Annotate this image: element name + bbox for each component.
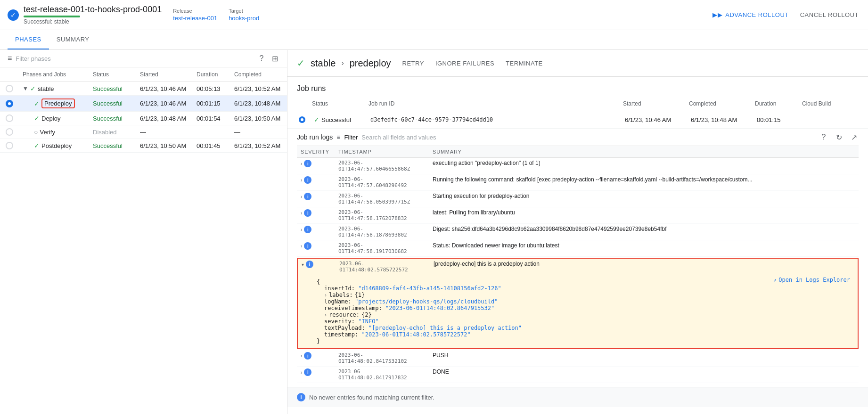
no-entries-icon: i bbox=[297, 393, 305, 401]
table-row[interactable]: ○ Verify Disabled — — bbox=[0, 125, 287, 139]
open-logs-label: Open in Logs Explorer bbox=[778, 277, 850, 283]
log-severity: › i bbox=[297, 352, 335, 360]
phase-duration: 00:05:13 bbox=[193, 85, 230, 92]
logs-search-input[interactable] bbox=[361, 134, 815, 141]
tab-phases[interactable]: PHASES bbox=[8, 30, 49, 49]
log-expand-icon[interactable]: ▾ bbox=[302, 262, 304, 267]
log-timestamp: 2023-06-01T14:48:02.8417532102 bbox=[335, 352, 429, 364]
job-started: — bbox=[136, 129, 193, 136]
job-runs-header: Status Job run ID Started Completed Dura… bbox=[287, 97, 868, 111]
row-indicator bbox=[0, 85, 19, 92]
table-row[interactable]: ✓ Predeploy Successful 6/1/23, 10:46 AM … bbox=[0, 96, 287, 112]
json-expand[interactable]: › bbox=[324, 312, 327, 318]
job-status: Disabled bbox=[89, 129, 136, 136]
job-name-label: Deploy bbox=[41, 115, 60, 122]
job-run-row[interactable]: ✓ Successful d3efedfc-60c7-44ce-9579-377… bbox=[287, 111, 868, 129]
cancel-rollout-button[interactable]: CANCEL ROLLOUT bbox=[798, 8, 860, 22]
columns-icon[interactable]: ⊞ bbox=[270, 54, 279, 63]
log-row[interactable]: › i 2023-06-01T14:47:58.1917030682 Statu… bbox=[297, 240, 859, 257]
advance-rollout-arrows: ▶▶ bbox=[712, 11, 722, 18]
json-timestamp: timestamp: "2023-06-01T14:48:02.57857225… bbox=[324, 331, 854, 338]
stage-success-icon: ✓ bbox=[297, 57, 305, 69]
row-radio bbox=[6, 114, 13, 122]
json-resource: › resource: {2} bbox=[324, 311, 854, 318]
table-header: Phases and Jobs Status Started Duration … bbox=[0, 67, 287, 82]
logs-help-icon[interactable]: ? bbox=[819, 132, 828, 142]
json-expand[interactable]: › bbox=[324, 293, 327, 298]
job-circle-icon: ○ bbox=[34, 128, 38, 136]
log-row-expanded[interactable]: ▾ i 2023-06-01T14:48:02.5785722572 [pred… bbox=[298, 259, 858, 275]
table-row[interactable]: ✓ Postdeploy Successful 6/1/23, 10:50 AM… bbox=[0, 139, 287, 153]
log-row[interactable]: › i 2023-06-01T14:47:57.6046655868Z exec… bbox=[297, 158, 859, 174]
filter-icon: ≡ bbox=[8, 54, 12, 63]
ignore-failures-button[interactable]: IGNORE FAILURES bbox=[434, 58, 496, 69]
log-expand-icon[interactable]: › bbox=[301, 244, 302, 249]
job-run-indicator bbox=[297, 116, 312, 123]
log-row[interactable]: › i 2023-06-01T14:48:02.8417532102 PUSH bbox=[297, 350, 859, 367]
log-row[interactable]: › i 2023-06-01T14:47:58.1762078832 lates… bbox=[297, 207, 859, 224]
retry-button[interactable]: RETRY bbox=[401, 58, 426, 69]
help-icon[interactable]: ? bbox=[257, 54, 266, 63]
job-runs-title: Job runs bbox=[287, 77, 868, 97]
no-entries-message: No newer entries found matching current … bbox=[309, 394, 434, 401]
log-timestamp: 2023-06-01T14:47:57.6048296492 bbox=[335, 176, 429, 188]
target-link[interactable]: hooks-prod bbox=[229, 15, 259, 22]
log-info-icon: i bbox=[304, 368, 311, 376]
logs-section: Job run logs ≡ Filter ? ↻ ↗ SEVERITY TIM… bbox=[287, 129, 868, 387]
log-expand-icon[interactable]: › bbox=[301, 227, 302, 232]
table-row[interactable]: ✓ Deploy Successful 6/1/23, 10:48 AM 00:… bbox=[0, 112, 287, 125]
job-runs-table: Status Job run ID Started Completed Dura… bbox=[287, 97, 868, 129]
log-expand-icon[interactable]: › bbox=[301, 353, 302, 359]
right-panel-header: ✓ stable › predeploy RETRY IGNORE FAILUR… bbox=[287, 50, 868, 77]
log-expand-icon[interactable]: › bbox=[301, 194, 302, 199]
log-timestamp: 2023-06-01T14:47:58.1878693802 bbox=[335, 226, 429, 238]
log-row[interactable]: › i 2023-06-01T14:48:02.8417917832 DONE bbox=[297, 367, 859, 383]
main-layout: ≡ ? ⊞ Phases and Jobs Status Started Dur… bbox=[0, 50, 868, 414]
job-name-label: Postdeploy bbox=[41, 142, 72, 149]
table-row[interactable]: ▼ ✓ stable Successful 6/1/23, 10:46 AM 0… bbox=[0, 82, 287, 96]
job-name: ✓ Deploy bbox=[34, 114, 85, 122]
log-row[interactable]: › i 2023-06-01T14:47:58.0503997715Z Star… bbox=[297, 191, 859, 207]
success-icon: ✓ bbox=[8, 9, 19, 21]
log-expand-icon[interactable]: › bbox=[301, 161, 302, 166]
log-summary: Status: Downloaded newer image for ubunt… bbox=[429, 242, 859, 249]
row-indicator bbox=[0, 100, 19, 107]
right-panel: ✓ stable › predeploy RETRY IGNORE FAILUR… bbox=[287, 50, 868, 414]
job-run-radio bbox=[299, 116, 305, 123]
log-row[interactable]: › i 2023-06-01T14:47:57.6048296492 Runni… bbox=[297, 174, 859, 191]
log-summary: latest: Pulling from library/ubuntu bbox=[429, 209, 859, 216]
job-completed: 6/1/23, 10:48 AM bbox=[230, 100, 287, 107]
open-logs-explorer-link[interactable]: ↗ Open in Logs Explorer bbox=[773, 277, 850, 283]
json-receive-timestamp: receiveTimestamp: "2023-06-01T14:48:02.8… bbox=[324, 305, 854, 311]
log-info-icon: i bbox=[304, 209, 311, 217]
log-severity: ▾ i bbox=[298, 261, 336, 268]
log-summary: executing action "predeploy-action" (1 o… bbox=[429, 160, 859, 166]
advance-rollout-button[interactable]: ▶▶ ADVANCE ROLLOUT bbox=[711, 8, 790, 22]
release-link[interactable]: test-release-001 bbox=[173, 15, 217, 22]
log-expand-icon[interactable]: › bbox=[301, 178, 302, 183]
job-name-label: Verify bbox=[40, 129, 55, 136]
tab-summary[interactable]: SUMMARY bbox=[49, 30, 97, 49]
log-expand-icon[interactable]: › bbox=[301, 370, 302, 375]
row-indicator bbox=[0, 114, 19, 122]
log-timestamp: 2023-06-01T14:48:02.8417917832 bbox=[335, 368, 429, 381]
terminate-button[interactable]: TERMINATE bbox=[504, 58, 545, 69]
log-expand-icon[interactable]: › bbox=[301, 211, 302, 216]
log-row[interactable]: › i 2023-06-01T14:47:58.1878693802 Diges… bbox=[297, 224, 859, 240]
row-radio bbox=[6, 128, 13, 136]
log-severity: › i bbox=[297, 368, 335, 376]
json-log-name: logName: "projects/deploy-hooks-qs/logs/… bbox=[324, 298, 854, 305]
external-link-icon: ↗ bbox=[773, 277, 777, 283]
log-severity: › i bbox=[297, 193, 335, 200]
phase-status: Successful bbox=[89, 85, 136, 92]
job-run-id: d3efedfc-60c7-44ce-9579-37794cd4dd10 bbox=[368, 116, 623, 123]
job-status: Successful bbox=[89, 142, 136, 149]
col-started: Started bbox=[623, 100, 689, 107]
logs-external-icon[interactable]: ↗ bbox=[849, 132, 859, 142]
job-status: Successful bbox=[89, 100, 136, 107]
log-timestamp: 2023-06-01T14:47:58.0503997715Z bbox=[335, 193, 429, 205]
expand-icon[interactable]: ▼ bbox=[23, 85, 28, 92]
filter-input[interactable] bbox=[16, 55, 253, 62]
logs-refresh-icon[interactable]: ↻ bbox=[834, 132, 843, 142]
progress-bar-fill bbox=[24, 16, 80, 17]
